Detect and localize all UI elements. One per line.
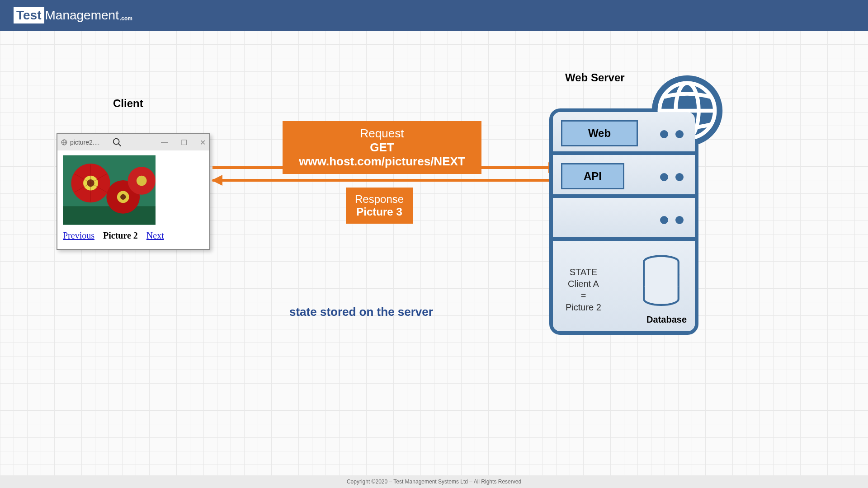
state-value: Picture 2 [566,301,601,313]
close-icon[interactable]: ✕ [200,138,206,147]
svg-rect-6 [63,206,156,225]
picture-image [63,155,156,225]
footer: Copyright ©2020 – Test Management System… [0,475,868,488]
magnify-icon [112,137,122,147]
state-info: STATE Client A = Picture 2 [566,266,601,313]
response-title: Response [355,193,404,206]
state-eq: = [566,290,601,301]
response-detail: Picture 3 [355,206,404,218]
response-box: Response Picture 3 [346,188,413,224]
response-arrow [212,179,561,182]
state-client: Client A [566,278,601,290]
indicator-dot [675,130,684,138]
tab-title: picture2.... [70,139,99,146]
client-label: Client [113,97,143,110]
indicator-dot [660,216,668,224]
rack-unit-api: API [553,155,695,198]
picture-nav: Previous Picture 2 Next [63,230,204,241]
logo: Test Management .com [14,7,132,23]
copyright-text: Copyright ©2020 – Test Management System… [347,479,521,485]
web-module-box: Web [561,120,638,146]
svg-point-12 [120,194,126,200]
svg-point-3 [113,139,119,145]
client-browser-window: picture2.... — ☐ ✕ [57,133,210,250]
indicator-dot [675,173,684,181]
globe-icon [61,139,67,145]
rack-unit-db: STATE Client A = Picture 2 Database [553,241,695,331]
browser-tab-bar: picture2.... — ☐ ✕ [57,134,209,150]
browser-body: Previous Picture 2 Next [57,150,209,245]
database-icon [642,255,680,310]
indicator-dot [675,216,684,224]
server-rack: Web API STATE Client A = Picture 2 Datab… [549,108,698,335]
state-note-label: state stored on the server [289,305,433,319]
request-box: Request GET www.host.com/pictures/NEXT [283,121,481,174]
indicator-dot [660,173,668,181]
rack-unit-blank [553,198,695,241]
next-link[interactable]: Next [146,230,164,240]
current-picture-label: Picture 2 [103,230,138,240]
header-bar: Test Management .com [0,0,868,31]
indicator-dot [660,130,668,138]
previous-link[interactable]: Previous [63,230,94,240]
database-label: Database [646,314,687,325]
maximize-icon[interactable]: ☐ [181,138,187,147]
svg-point-14 [137,176,147,186]
logo-mgmt: Management [45,8,119,23]
rack-unit-web: Web [553,112,695,155]
server-stack: Web API STATE Client A = Picture 2 Datab… [549,108,698,348]
browser-tab[interactable]: picture2.... [61,139,99,146]
logo-com: .com [120,15,132,22]
minimize-icon[interactable]: — [161,138,168,147]
server-label: Web Server [565,71,625,84]
svg-line-4 [118,144,121,146]
request-title: Request [292,127,472,141]
api-module-box: API [561,163,624,189]
request-detail: GET www.host.com/pictures/NEXT [292,141,472,169]
logo-test: Test [14,7,44,23]
state-title: STATE [566,266,601,278]
